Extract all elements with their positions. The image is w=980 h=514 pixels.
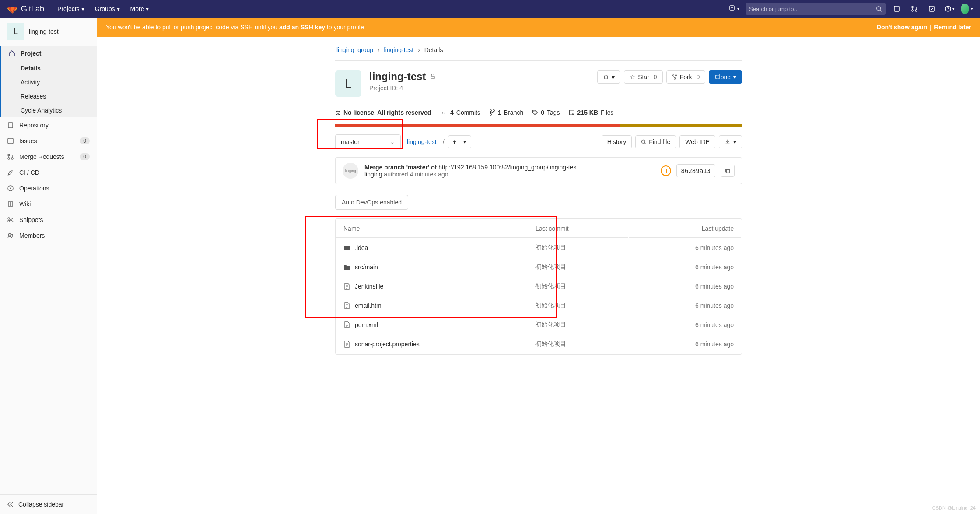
stat-tags[interactable]: 0 Tags xyxy=(532,109,560,116)
col-name[interactable]: Name xyxy=(336,220,528,238)
brand-name[interactable]: GitLab xyxy=(21,4,44,14)
sidebar-section-project[interactable]: Project xyxy=(0,46,97,61)
sidebar-item-snippets[interactable]: Snippets xyxy=(0,212,97,228)
nav-projects[interactable]: Projects▾ xyxy=(53,3,89,15)
commit-author-avatar[interactable]: linging xyxy=(343,163,358,179)
banner-remind[interactable]: Remind later xyxy=(934,24,971,31)
plus-dropdown[interactable]: ▾ xyxy=(728,3,740,15)
gitlab-logo-icon[interactable] xyxy=(7,4,18,14)
commit-authored-label: authored xyxy=(382,171,410,178)
sidebar-item-issues[interactable]: Issues 0 xyxy=(0,133,97,149)
avatar-alt: linging xyxy=(345,169,356,173)
project-title: linging-test xyxy=(369,70,436,83)
nav-projects-label: Projects xyxy=(57,5,80,12)
banner-text-after: to your profile xyxy=(325,24,364,31)
file-name-text: pom.xml xyxy=(355,321,378,328)
table-row: pom.xml初始化项目6 minutes ago xyxy=(336,316,741,334)
stat-license[interactable]: ⚖No license. All rights reserved xyxy=(335,109,431,116)
search-input[interactable] xyxy=(749,6,876,12)
sidebar-item-releases[interactable]: Releases xyxy=(21,89,97,103)
clone-button[interactable]: Clone▾ xyxy=(709,70,742,84)
fork-button[interactable]: Fork0 xyxy=(666,70,706,84)
project-avatar-large: L xyxy=(335,70,361,97)
file-name-cell[interactable]: .idea xyxy=(343,244,521,251)
search-icon xyxy=(641,139,646,144)
file-commit-msg[interactable]: 初始化项目 xyxy=(536,321,566,328)
copy-sha-button[interactable] xyxy=(721,165,735,177)
sidebar-item-wiki[interactable]: Wiki xyxy=(0,196,97,212)
add-file-button[interactable]: + ▾ xyxy=(448,135,471,148)
sidebar-item-cycle-analytics[interactable]: Cycle Analytics xyxy=(21,103,97,117)
breadcrumb-project[interactable]: linging-test xyxy=(384,46,414,53)
stat-commits[interactable]: -○-4 Commits xyxy=(440,109,480,116)
file-name-text: .idea xyxy=(355,244,368,251)
commit-sha[interactable]: 86289a13 xyxy=(676,164,715,177)
sidebar-item-members[interactable]: Members xyxy=(0,228,97,243)
find-file-button[interactable]: Find file xyxy=(635,135,676,148)
file-commit-msg[interactable]: 初始化项目 xyxy=(536,263,566,270)
file-name-cell[interactable]: sonar-project.properties xyxy=(343,341,521,348)
sidebar-item-cicd[interactable]: CI / CD xyxy=(0,165,97,180)
content: You won't be able to pull or push projec… xyxy=(97,18,980,514)
sidebar-item-details[interactable]: Details xyxy=(21,61,97,75)
home-icon xyxy=(8,50,15,57)
file-commit-msg[interactable]: 初始化项目 xyxy=(536,282,566,289)
commit-title[interactable]: Merge branch 'master' of http://192.168.… xyxy=(364,164,578,171)
col-commit[interactable]: Last commit xyxy=(528,220,628,238)
history-button[interactable]: History xyxy=(602,135,632,148)
todos-icon[interactable] xyxy=(926,3,938,15)
web-ide-button[interactable]: Web IDE xyxy=(679,135,715,148)
file-commit-msg[interactable]: 初始化项目 xyxy=(536,244,566,251)
user-menu[interactable]: ▾ xyxy=(961,3,973,15)
breadcrumb-group[interactable]: linging_group xyxy=(336,46,373,53)
merge-requests-icon[interactable] xyxy=(908,3,920,15)
file-name-cell[interactable]: src/main xyxy=(343,264,521,271)
file-name-cell[interactable]: pom.xml xyxy=(343,321,521,328)
collapse-icon xyxy=(7,501,14,508)
file-commit-msg[interactable]: 初始化项目 xyxy=(536,340,566,347)
repository-icon xyxy=(7,122,14,129)
path-root[interactable]: linging-test xyxy=(404,135,439,149)
auto-devops-badge[interactable]: Auto DevOps enabled xyxy=(335,195,408,210)
global-search[interactable] xyxy=(746,3,886,15)
pipeline-status-icon[interactable] xyxy=(661,165,671,176)
search-icon[interactable] xyxy=(876,6,882,12)
nav-more[interactable]: More▾ xyxy=(126,3,154,15)
sidebar-item-operations[interactable]: Operations xyxy=(0,180,97,196)
sidebar-item-activity[interactable]: Activity xyxy=(21,75,97,89)
file-name-cell[interactable]: email.html xyxy=(343,302,521,309)
sidebar-members-label: Members xyxy=(19,232,45,239)
nav-groups[interactable]: Groups▾ xyxy=(91,3,124,15)
file-name-text: Jenkinsfile xyxy=(355,283,383,290)
file-icon xyxy=(343,341,350,348)
svg-point-19 xyxy=(11,234,13,236)
file-update-time: 6 minutes ago xyxy=(695,321,734,328)
star-button[interactable]: ☆Star0 xyxy=(624,70,662,84)
help-icon[interactable]: ?▾ xyxy=(943,3,956,15)
fork-count: 0 xyxy=(696,74,700,81)
sidebar-item-repository[interactable]: Repository xyxy=(0,117,97,133)
col-update[interactable]: Last update xyxy=(629,220,741,238)
banner-text: You won't be able to pull or push projec… xyxy=(106,24,364,31)
table-row: .idea初始化项目6 minutes ago xyxy=(336,239,741,257)
notification-button[interactable]: ▾ xyxy=(597,70,620,84)
sidebar-project-header[interactable]: L linging-test xyxy=(0,18,97,46)
chevron-down-icon: ▾ xyxy=(733,138,736,145)
issues-icon[interactable] xyxy=(891,3,903,15)
language-bar[interactable] xyxy=(335,124,742,127)
branch-selector[interactable]: master ⌄ xyxy=(335,134,401,149)
file-name-cell[interactable]: Jenkinsfile xyxy=(343,283,521,290)
collapse-sidebar-button[interactable]: Collapse sidebar xyxy=(0,494,97,514)
stat-files[interactable]: 215 KB Files xyxy=(569,109,614,116)
file-commit-msg[interactable]: 初始化项目 xyxy=(536,302,566,309)
svg-point-12 xyxy=(8,158,10,159)
stat-branches[interactable]: 1 Branch xyxy=(489,109,523,116)
sidebar-item-merge-requests[interactable]: Merge Requests 0 xyxy=(0,149,97,165)
commit-author[interactable]: linging xyxy=(364,171,382,178)
file-name-text: email.html xyxy=(355,302,383,309)
lock-icon xyxy=(429,73,436,80)
banner-dont-show[interactable]: Don't show again xyxy=(877,24,927,31)
svg-point-3 xyxy=(912,6,914,8)
banner-link[interactable]: add an SSH key xyxy=(279,24,325,31)
download-button[interactable]: ▾ xyxy=(719,135,742,148)
